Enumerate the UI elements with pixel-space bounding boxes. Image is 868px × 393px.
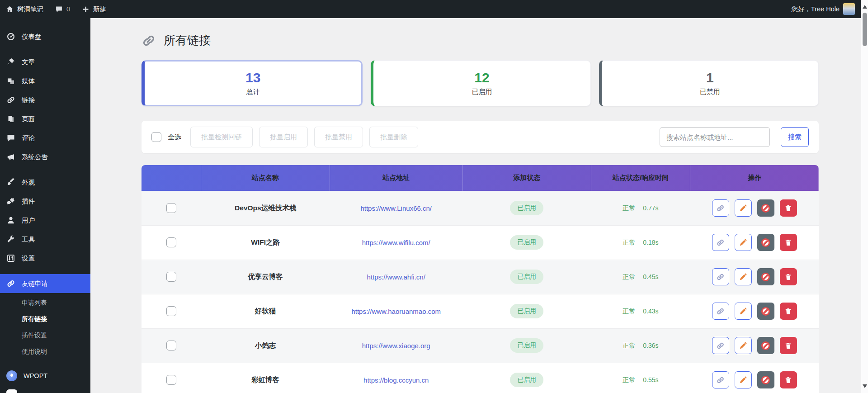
sidebar-item-8[interactable]: 插件	[0, 192, 90, 211]
disable-button[interactable]	[757, 371, 774, 388]
site-url-link[interactable]: https://www.haoruanmao.com	[351, 308, 441, 315]
check-backlink-button[interactable]	[712, 371, 729, 388]
sidebar-item-1[interactable]: 文章	[0, 52, 90, 71]
toolbar: 全选 批量检测回链批量启用批量禁用批量删除 搜索	[142, 121, 819, 153]
check-backlink-button[interactable]	[712, 268, 729, 285]
th-site-name: 站点名称	[201, 165, 330, 191]
sidebar-item-3[interactable]: 链接	[0, 90, 90, 109]
brush-icon	[6, 178, 15, 187]
dashboard-icon	[6, 32, 15, 41]
scrollbar[interactable]	[861, 0, 868, 393]
row-checkbox[interactable]	[166, 375, 176, 385]
health-status: 正常	[623, 308, 635, 315]
sidebar-item-4[interactable]: 页面	[0, 109, 90, 128]
sidebar-item-0[interactable]: 仪表盘	[0, 27, 90, 46]
link-icon	[6, 95, 15, 104]
megaphone-icon	[6, 152, 15, 161]
sidebar-item-6[interactable]: 系统公告	[0, 147, 90, 166]
edit-button[interactable]	[735, 199, 752, 217]
sidebar-item-9[interactable]: 用户	[0, 211, 90, 230]
sidebar-item-label: 友链申请	[22, 279, 48, 288]
select-all-checkbox[interactable]	[151, 132, 161, 142]
disable-button[interactable]	[757, 337, 774, 354]
submenu-item-1[interactable]: 所有链接	[0, 311, 90, 327]
delete-button[interactable]	[780, 337, 797, 354]
row-checkbox[interactable]	[166, 203, 176, 213]
row-checkbox[interactable]	[166, 272, 176, 282]
submenu-item-3[interactable]: 使用说明	[0, 344, 90, 360]
edit-button[interactable]	[735, 234, 752, 251]
sidebar-item-wpopt[interactable]: WPOPT	[0, 366, 90, 385]
th-site-health: 站点状态/响应时间	[591, 165, 690, 191]
plug-icon	[6, 197, 15, 206]
th-checkbox	[142, 165, 201, 191]
stat-card-0[interactable]: 13总计	[142, 60, 363, 106]
site-url-link[interactable]: https://blog.cccyun.cn	[363, 376, 429, 384]
sidebar-item-5[interactable]: 评论	[0, 128, 90, 147]
search-button[interactable]: 搜索	[781, 127, 809, 147]
row-checkbox[interactable]	[166, 341, 176, 350]
disable-button[interactable]	[757, 268, 774, 285]
row-checkbox[interactable]	[166, 306, 176, 316]
disable-button[interactable]	[757, 199, 774, 217]
edit-button[interactable]	[735, 337, 752, 354]
sidebar-item-11[interactable]: 设置	[0, 249, 90, 268]
search-input[interactable]	[660, 127, 770, 147]
bulk-button-3[interactable]: 批量删除	[369, 127, 418, 147]
admin-bar-new[interactable]: 新建	[76, 0, 112, 18]
scroll-up-arrow-icon[interactable]	[863, 3, 867, 9]
sidebar-item-2[interactable]: 媒体	[0, 71, 90, 90]
delete-button[interactable]	[780, 234, 797, 251]
health-status: 正常	[623, 204, 635, 212]
delete-button[interactable]	[780, 303, 797, 320]
edit-button[interactable]	[735, 303, 752, 320]
admin-bar-account[interactable]: 您好，Tree Hole	[785, 0, 861, 18]
stat-cards: 13总计12已启用1已禁用	[142, 60, 819, 106]
disable-button[interactable]	[757, 234, 774, 251]
check-backlink-button[interactable]	[712, 199, 729, 217]
sidebar-item-partial[interactable]	[0, 385, 90, 393]
sidebar-item-7[interactable]: 外观	[0, 173, 90, 192]
edit-button[interactable]	[735, 371, 752, 388]
bulk-button-1[interactable]: 批量启用	[259, 127, 308, 147]
comment-count: 0	[66, 5, 70, 13]
health-status: 正常	[623, 376, 635, 384]
submenu-item-0[interactable]: 申请列表	[0, 295, 90, 311]
sidebar-item-12[interactable]: 友链申请	[0, 274, 90, 293]
bulk-button-0[interactable]: 批量检测回链	[190, 127, 253, 147]
stat-card-2[interactable]: 1已禁用	[599, 60, 819, 106]
links-table: 站点名称 站点地址 添加状态 站点状态/响应时间 操作 DevOps运维技术栈h…	[142, 165, 819, 393]
admin-bar-comments[interactable]: 0	[49, 0, 76, 18]
sidebar-item-10[interactable]: 工具	[0, 230, 90, 249]
response-time: 0.36s	[643, 342, 658, 349]
home-icon	[6, 5, 14, 13]
site-url-link[interactable]: https://www.wifilu.com/	[362, 239, 430, 246]
check-backlink-button[interactable]	[712, 234, 729, 251]
stat-value: 12	[474, 70, 489, 85]
edit-button[interactable]	[735, 268, 752, 285]
site-url-link[interactable]: https://www.xiaoge.org	[362, 342, 430, 350]
stat-card-1[interactable]: 12已启用	[371, 60, 590, 106]
prohibition-icon	[761, 273, 770, 281]
admin-bar: 树洞笔记 0 新建 您好，Tree Hole	[0, 0, 861, 18]
admin-bar-site-menu[interactable]: 树洞笔记	[0, 0, 49, 18]
submenu-item-2[interactable]: 插件设置	[0, 327, 90, 344]
delete-button[interactable]	[780, 199, 797, 217]
delete-button[interactable]	[780, 371, 797, 388]
response-time: 0.77s	[643, 204, 658, 212]
link-icon	[142, 33, 156, 48]
sidebar-item-label: 设置	[22, 254, 35, 263]
greeting: 您好，Tree Hole	[791, 5, 840, 14]
bulk-button-2[interactable]: 批量禁用	[314, 127, 363, 147]
site-url-link[interactable]: https://www.Linux66.cn/	[360, 204, 432, 212]
status-badge: 已启用	[510, 270, 543, 284]
site-url-link[interactable]: https://www.ahfi.cn/	[367, 273, 425, 281]
scroll-down-arrow-icon[interactable]	[863, 384, 867, 390]
row-checkbox[interactable]	[166, 237, 176, 247]
delete-button[interactable]	[780, 268, 797, 285]
check-backlink-button[interactable]	[712, 303, 729, 320]
disable-button[interactable]	[757, 303, 774, 320]
check-backlink-button[interactable]	[712, 337, 729, 354]
scrollbar-thumb[interactable]	[863, 13, 867, 46]
prohibition-icon	[761, 376, 770, 384]
